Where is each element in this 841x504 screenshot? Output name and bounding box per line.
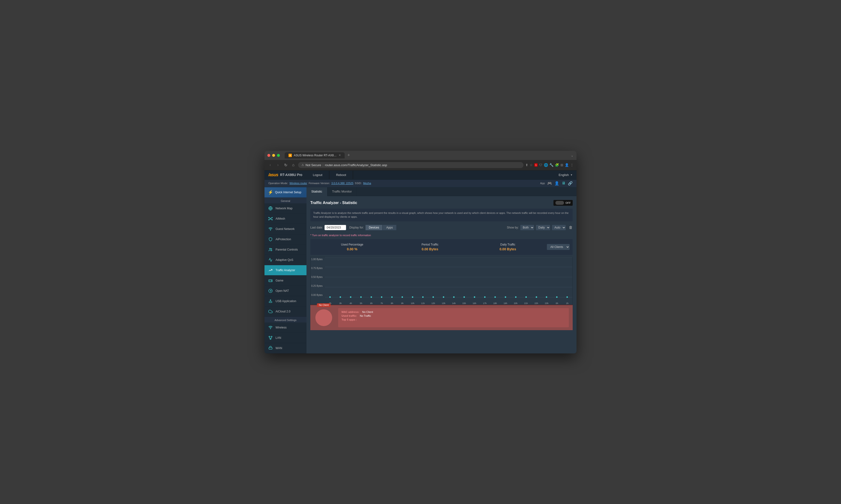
client-info-panel: MAC address: No Client Used traffic: No … bbox=[338, 308, 569, 327]
profile-icon[interactable]: 🌐 bbox=[544, 163, 548, 167]
back-button[interactable]: ‹ bbox=[268, 163, 273, 167]
svg-point-13 bbox=[271, 248, 272, 249]
firmware-value[interactable]: 3.0.0.4.388_22525 bbox=[331, 182, 354, 185]
x-label: 0h bbox=[552, 302, 562, 305]
sidebar-item-aimesh[interactable]: AiMesh bbox=[264, 214, 307, 224]
not-secure-label: Not Secure bbox=[306, 163, 321, 167]
show-by-select-3[interactable]: Auto bbox=[552, 225, 566, 230]
sidebar-item-game[interactable]: Game bbox=[264, 275, 307, 286]
x-label: 14h bbox=[449, 302, 459, 305]
content-tabs: Statistic Traffic Monitor bbox=[307, 187, 577, 196]
puzzle-icon[interactable]: 🧩 bbox=[555, 163, 559, 167]
last-date-input[interactable] bbox=[325, 225, 346, 230]
x-label: 15h bbox=[459, 302, 469, 305]
wifi-guest-icon bbox=[268, 226, 273, 232]
sidebar-item-usb-application[interactable]: USB Application bbox=[264, 296, 307, 306]
sidebar-item-parental-controls[interactable]: Parental Controls bbox=[264, 245, 307, 255]
y-label-2: 0.50 Bytes bbox=[311, 276, 324, 278]
active-tab[interactable]: A ASUS Wireless Router RT-AX8… ✕ bbox=[285, 152, 345, 159]
window-control-chevron[interactable]: ⌄ bbox=[571, 154, 573, 157]
logout-button[interactable]: Logout bbox=[306, 171, 329, 179]
extension-icon-1[interactable]: 1 bbox=[534, 163, 538, 167]
x-label: 3h bbox=[335, 302, 346, 305]
router-ui: /asus RT-AX86U Pro Logout Reboot English… bbox=[264, 170, 577, 354]
monitor-icon[interactable]: 🖥 bbox=[562, 181, 565, 185]
sidebar-item-label: AiProtection bbox=[276, 238, 291, 241]
info-bar: Operation Mode: Wireless router Firmware… bbox=[264, 180, 577, 187]
delete-icon[interactable]: 🗑 bbox=[569, 226, 573, 230]
grid-line bbox=[325, 257, 572, 257]
svg-point-11 bbox=[270, 230, 271, 230]
language-label: English bbox=[559, 173, 569, 177]
maximize-window-button[interactable] bbox=[277, 154, 280, 157]
x-label: 19h bbox=[500, 302, 511, 305]
tab-statistic[interactable]: Statistic bbox=[307, 187, 327, 196]
tab-traffic-monitor[interactable]: Traffic Monitor bbox=[327, 187, 357, 196]
toggle-switch[interactable]: OFF bbox=[553, 200, 573, 206]
display-for-group: Display for: Devices Apps bbox=[349, 225, 396, 230]
sidebar-item-traffic-analyzer[interactable]: Traffic Analyzer bbox=[264, 265, 307, 275]
app-label: App bbox=[540, 182, 545, 185]
x-label: 7h bbox=[377, 302, 387, 305]
sidebar-item-lan[interactable]: LAN bbox=[264, 333, 307, 343]
sidebar-item-open-nat[interactable]: Open NAT bbox=[264, 286, 307, 296]
firmware-label: Firmware Version: bbox=[309, 182, 330, 185]
forward-button[interactable]: › bbox=[275, 163, 281, 167]
sidebar-item-network-map[interactable]: Network Map bbox=[264, 203, 307, 214]
daily-value: 0.00 Bytes bbox=[469, 247, 547, 251]
svg-point-12 bbox=[270, 248, 271, 249]
ssid-value[interactable]: Mezha bbox=[363, 182, 371, 185]
main-layout: ⚡ Quick Internet Setup General Network M… bbox=[264, 187, 577, 354]
sidebar-item-wireless[interactable]: Wireless bbox=[264, 323, 307, 333]
sidebar-item-label: Adaptive QoS bbox=[276, 258, 293, 262]
grid-line bbox=[325, 277, 572, 277]
period-traffic-stat: Period Traffic 0.00 Bytes bbox=[391, 241, 469, 253]
new-tab-button[interactable]: + bbox=[347, 153, 350, 158]
extension-icon-2[interactable]: 🔧 bbox=[549, 163, 553, 167]
reboot-button[interactable]: Reboot bbox=[329, 171, 353, 179]
menu-icon[interactable]: ⋮ bbox=[570, 163, 573, 167]
svg-line-7 bbox=[269, 217, 270, 218]
sidebar-item-aicloud[interactable]: AiCloud 2.0 bbox=[264, 306, 307, 317]
language-selector[interactable]: English ▼ bbox=[555, 171, 577, 179]
quick-internet-setup-button[interactable]: ⚡ Quick Internet Setup bbox=[264, 187, 307, 198]
grid-icon[interactable]: ⊞ bbox=[561, 163, 563, 167]
operation-mode-value[interactable]: Wireless router bbox=[289, 182, 307, 185]
sidebar-item-label: Guest Network bbox=[276, 227, 294, 231]
all-clients-dropdown[interactable]: All Clients bbox=[547, 244, 570, 250]
share-alt-icon[interactable]: 🔗 bbox=[568, 181, 573, 185]
show-by-select-1[interactable]: Both bbox=[520, 225, 534, 230]
gamepad-icon[interactable]: 🎮 bbox=[547, 181, 552, 185]
user-icon[interactable]: 👤 bbox=[565, 163, 569, 167]
sidebar-item-label: Traffic Analyzer bbox=[276, 269, 295, 272]
sidebar-item-adaptive-qos[interactable]: Adaptive QoS bbox=[264, 255, 307, 265]
close-window-button[interactable] bbox=[268, 154, 270, 157]
sidebar-item-guest-network[interactable]: Guest Network bbox=[264, 224, 307, 234]
minimize-window-button[interactable] bbox=[272, 154, 275, 157]
tab-close-button[interactable]: ✕ bbox=[339, 154, 341, 157]
operation-mode-label: Operation Mode: bbox=[268, 182, 288, 185]
wireless-icon bbox=[268, 325, 273, 330]
x-label: 13h bbox=[438, 302, 449, 305]
url-separator: | bbox=[323, 163, 323, 167]
tab-favicon: A bbox=[289, 154, 292, 157]
nat-icon bbox=[268, 288, 273, 293]
top-apps-row: Top 5 apps : bbox=[342, 318, 565, 321]
url-bar[interactable]: ⚠ Not Secure | router.asus.com/TrafficAn… bbox=[298, 162, 524, 168]
sidebar-item-wan[interactable]: WAN bbox=[264, 343, 307, 354]
bookmark-icon[interactable]: ☆ bbox=[530, 163, 533, 167]
general-section-label: General bbox=[264, 198, 307, 203]
svg-point-3 bbox=[269, 217, 269, 218]
share-icon[interactable]: ⬆ bbox=[526, 163, 528, 167]
shield-icon[interactable]: 🛡 bbox=[539, 163, 543, 167]
home-button[interactable]: ⌂ bbox=[290, 163, 296, 167]
display-apps-button[interactable]: Apps bbox=[382, 225, 396, 230]
refresh-button[interactable]: ↻ bbox=[283, 163, 289, 167]
ssid-label: SSID: bbox=[355, 182, 362, 185]
show-by-select-2[interactable]: Daily bbox=[536, 225, 550, 230]
sidebar-item-aiprotection[interactable]: AiProtection bbox=[264, 234, 307, 245]
address-bar-icons: ⬆ ☆ 1 🛡 🌐 🔧 🧩 ⊞ 👤 ⋮ bbox=[526, 163, 573, 167]
quick-setup-label: Quick Internet Setup bbox=[275, 191, 301, 194]
person-icon[interactable]: 👤 bbox=[554, 181, 559, 185]
display-devices-button[interactable]: Devices bbox=[365, 225, 383, 230]
